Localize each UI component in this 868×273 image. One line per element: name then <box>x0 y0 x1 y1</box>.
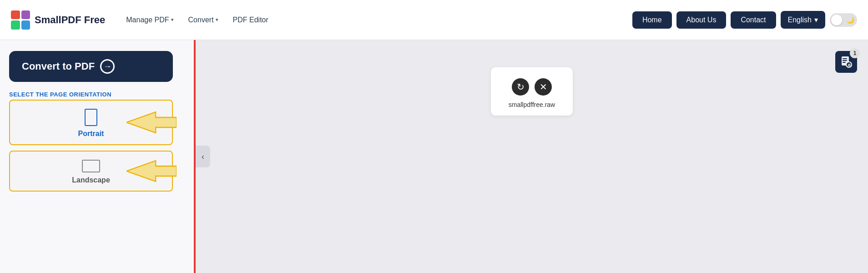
convert-btn-label: Convert to PDF <box>22 61 95 72</box>
logo-icon <box>11 10 30 30</box>
logo-cell-green <box>11 20 20 30</box>
logo-title: SmallPDF Free <box>35 14 105 26</box>
refresh-icon: ↻ <box>517 81 525 92</box>
portrait-label: Portrait <box>78 130 104 138</box>
language-button[interactable]: English ▾ <box>781 11 825 29</box>
landscape-label: Landscape <box>72 176 110 184</box>
sidebar: Convert to PDF → SELECT THE PAGE ORIENTA… <box>0 40 196 273</box>
logo-cell-purple <box>21 10 30 20</box>
nav-manage-pdf-label: Manage PDF <box>126 16 169 24</box>
collapse-icon: ‹ <box>202 152 204 162</box>
home-button[interactable]: Home <box>632 11 672 29</box>
badge-count: 1 <box>850 48 860 58</box>
logo-cell-red <box>11 10 20 20</box>
landscape-option[interactable]: Landscape <box>9 151 173 192</box>
content-area: ‹ ↻ ✕ smallpdffree.raw <box>196 40 868 273</box>
portrait-option[interactable]: Portrait <box>9 100 173 145</box>
portrait-arrow-annotation <box>126 110 177 135</box>
language-chevron-icon: ▾ <box>814 15 818 24</box>
logo-cell-blue <box>21 20 30 30</box>
file-doc-icon: ⚙ <box>840 56 852 68</box>
landscape-page-icon <box>82 160 100 172</box>
orientation-section: SELECT THE PAGE ORIENTATION Portrait <box>9 91 185 192</box>
theme-toggle[interactable]: 🌙 <box>830 13 857 27</box>
close-icon: ✕ <box>540 81 547 92</box>
header-right: Home About Us Contact English ▾ 🌙 <box>632 11 857 29</box>
file-card: ↻ ✕ smallpdffree.raw <box>491 67 573 116</box>
svg-rect-5 <box>843 62 846 63</box>
remove-file-button[interactable]: ✕ <box>535 78 552 96</box>
toggle-circle <box>831 15 842 25</box>
nav-manage-pdf[interactable]: Manage PDF ▾ <box>120 12 180 28</box>
file-badge[interactable]: ⚙ 1 <box>835 51 857 73</box>
nav-menu: Manage PDF ▾ Convert ▾ PDF Editor <box>120 12 632 28</box>
svg-marker-1 <box>126 161 177 182</box>
moon-icon: 🌙 <box>847 16 854 24</box>
svg-rect-3 <box>843 58 847 59</box>
portrait-icon-wrapper <box>85 109 97 126</box>
main-layout: Convert to PDF → SELECT THE PAGE ORIENTA… <box>0 40 868 273</box>
nav-pdf-editor-label: PDF Editor <box>233 16 268 24</box>
svg-marker-0 <box>126 112 177 133</box>
contact-button[interactable]: Contact <box>731 11 776 29</box>
chevron-down-icon: ▾ <box>171 17 174 23</box>
nav-convert-label: Convert <box>188 16 214 24</box>
landscape-arrow-annotation <box>126 159 177 184</box>
language-label: English <box>788 16 812 24</box>
svg-text:⚙: ⚙ <box>848 63 851 67</box>
svg-rect-4 <box>843 60 847 61</box>
portrait-page-icon <box>85 109 97 126</box>
nav-convert[interactable]: Convert ▾ <box>182 12 225 28</box>
refresh-file-button[interactable]: ↻ <box>512 78 529 96</box>
chevron-down-icon: ▾ <box>216 17 218 23</box>
orientation-label: SELECT THE PAGE ORIENTATION <box>9 91 185 98</box>
file-name: smallpdffree.raw <box>509 101 555 108</box>
about-us-button[interactable]: About Us <box>676 11 727 29</box>
convert-arrow-icon: → <box>100 59 115 74</box>
nav-pdf-editor[interactable]: PDF Editor <box>227 12 275 28</box>
collapse-sidebar-button[interactable]: ‹ <box>196 146 210 167</box>
file-card-actions: ↻ ✕ <box>512 78 552 96</box>
badge-container: ⚙ 1 <box>835 51 857 73</box>
convert-to-pdf-button[interactable]: Convert to PDF → <box>9 51 173 82</box>
header: SmallPDF Free Manage PDF ▾ Convert ▾ PDF… <box>0 0 868 40</box>
logo-area: SmallPDF Free <box>11 10 105 30</box>
orientation-options: Portrait Landscape <box>9 100 185 192</box>
landscape-icon-wrapper <box>82 160 100 172</box>
